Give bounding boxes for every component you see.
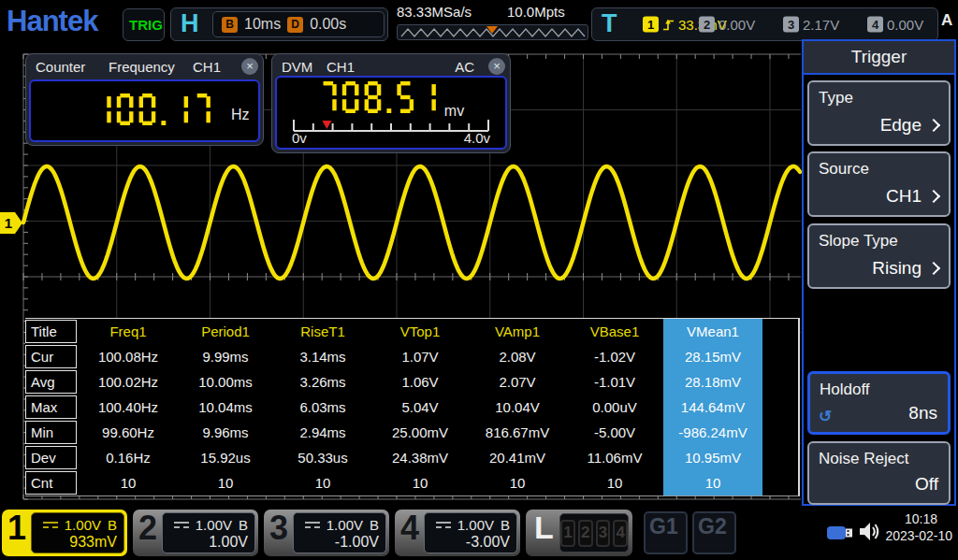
counter-source: CH1 bbox=[193, 59, 221, 75]
dvm-close-icon[interactable]: × bbox=[488, 58, 505, 75]
channel-4-button[interactable]: 4 1.00V B -3.00V bbox=[395, 510, 520, 556]
dvm-panel: DVM CH1 AC × mv 0v 4.0v bbox=[271, 53, 511, 153]
table-cell: 10.04ms bbox=[177, 395, 274, 420]
table-cell: 28.15mV bbox=[663, 344, 762, 369]
table-cell: 100.08Hz bbox=[80, 344, 177, 369]
counter-title: Counter bbox=[36, 59, 85, 75]
chevron-right-icon bbox=[927, 190, 940, 203]
table-cell: -1.02V bbox=[566, 344, 663, 369]
menu-item-type[interactable]: TypeEdge bbox=[807, 80, 951, 146]
menu-item-label: Holdoff bbox=[820, 381, 870, 399]
trigger-icon: T bbox=[602, 9, 617, 38]
dvm-reading bbox=[318, 81, 442, 117]
trigger-settings-box[interactable]: T 1 33.3mV2 0.00V3 2.17V4 0.00V bbox=[591, 7, 938, 41]
table-cell: 50.33us bbox=[274, 445, 371, 470]
channel-scale: 1.00V bbox=[65, 517, 101, 533]
table-header: Freq1 bbox=[80, 319, 177, 344]
table-cell: 28.18mV bbox=[663, 369, 762, 395]
logic-analyzer-button[interactable]: L 1234 bbox=[526, 510, 632, 556]
channel-1-button[interactable]: 1 1.00V B 933mV bbox=[2, 510, 127, 556]
trigger-channel-badge: 3 bbox=[783, 17, 799, 33]
menu-item-value: Off bbox=[915, 474, 938, 495]
table-row-label: Cnt bbox=[25, 471, 77, 495]
channel-bandwidth-flag: B bbox=[239, 517, 248, 533]
table-cell: 10 bbox=[177, 470, 274, 495]
logic-label: L bbox=[534, 510, 554, 546]
table-cell: 2.08V bbox=[469, 344, 566, 369]
menu-item-value: CH1 bbox=[886, 186, 938, 207]
trigger-menu: Trigger TypeEdgeSourceCH1Slope TypeRisin… bbox=[802, 39, 956, 506]
horizontal-readouts: B 10ms D 0.00s bbox=[212, 11, 385, 37]
menu-item-label: Noise Reject bbox=[819, 450, 908, 468]
trig-status-button[interactable]: TRIG bbox=[123, 8, 165, 41]
table-cell: -986.24mV bbox=[663, 420, 762, 445]
channel-3-button[interactable]: 3 1.00V B -1.00V bbox=[264, 510, 389, 556]
group-button-g2[interactable]: G2 bbox=[692, 511, 736, 554]
channel-readout: 1.00V B 1.00V bbox=[162, 512, 255, 553]
counter-mode: Frequency bbox=[109, 59, 175, 75]
channel-offset: 933mV bbox=[69, 534, 117, 551]
channel-scale: 1.00V bbox=[327, 517, 363, 533]
trigger-channel-badge: 4 bbox=[867, 17, 883, 33]
dvm-title: DVM bbox=[282, 59, 312, 75]
table-cell: 0.16Hz bbox=[80, 445, 177, 470]
table-row-label: Max bbox=[25, 395, 77, 419]
menu-item-slope-type[interactable]: Slope TypeRising bbox=[807, 223, 951, 289]
table-cell: 25.00mV bbox=[371, 420, 469, 445]
channel-readout: 1.00V B 933mV bbox=[31, 512, 124, 553]
record-position-strip[interactable] bbox=[397, 24, 588, 40]
delay-value: 0.00s bbox=[310, 16, 346, 33]
measurement-table: TitleFreq1Period1RiseT1VTop1VAmp1VBase1V… bbox=[25, 318, 800, 496]
svg-text:1: 1 bbox=[5, 215, 12, 231]
table-header: VBase1 bbox=[566, 319, 663, 344]
dvm-coupling: AC bbox=[455, 59, 474, 75]
bottom-status-bar: 1 1.00V B 933mV 2 1.00V B 1.00V 3 bbox=[0, 506, 958, 560]
table-cell: 10 bbox=[371, 470, 469, 495]
horizontal-icon: H bbox=[181, 9, 199, 38]
logic-bit-3: 3 bbox=[596, 520, 611, 547]
table-cell: 10 bbox=[566, 470, 663, 495]
table-row-label: Cur bbox=[25, 345, 77, 368]
channel-scale: 1.00V bbox=[457, 517, 494, 533]
counter-close-icon[interactable]: × bbox=[241, 58, 258, 75]
brand-logo: Hantek bbox=[7, 5, 97, 38]
record-waveform-icon bbox=[398, 25, 588, 39]
table-cell: 816.67mV bbox=[469, 420, 566, 445]
table-cell: 10 bbox=[663, 470, 762, 495]
table-cell: 3.14ms bbox=[274, 344, 371, 369]
channel-number: 4 bbox=[400, 509, 419, 548]
menu-item-source[interactable]: SourceCH1 bbox=[807, 151, 951, 217]
menu-item-label: Source bbox=[819, 160, 869, 179]
menu-item-value: Rising bbox=[872, 258, 938, 279]
channel-number: 3 bbox=[269, 509, 288, 548]
table-header: VAmp1 bbox=[469, 319, 566, 344]
dc-coupling-icon bbox=[305, 522, 320, 528]
table-cell: 0.00uV bbox=[566, 395, 663, 420]
dvm-display: mv 0v 4.0v bbox=[275, 76, 507, 150]
channel-2-button[interactable]: 2 1.00V B 1.00V bbox=[133, 510, 258, 556]
timebase-badge: B bbox=[222, 17, 238, 33]
trigger-level-readouts: 1 33.3mV2 0.00V3 2.17V4 0.00V bbox=[630, 8, 934, 40]
clock-time: 10:18 bbox=[864, 510, 952, 527]
channel-number: 1 bbox=[7, 509, 26, 548]
table-header: Period1 bbox=[177, 319, 274, 344]
group-button-g1[interactable]: G1 bbox=[644, 511, 688, 554]
table-corner-label: Title bbox=[25, 320, 77, 343]
table-cell: -5.00V bbox=[566, 420, 663, 445]
menu-item-noise-reject[interactable]: Noise RejectOff bbox=[807, 441, 951, 505]
channel-bandwidth-flag: B bbox=[501, 517, 510, 533]
table-cell: 100.02Hz bbox=[80, 369, 177, 395]
counter-display: Hz bbox=[29, 79, 260, 142]
logic-bits: 1234 bbox=[559, 513, 629, 553]
channel1-position-marker[interactable]: 1 bbox=[0, 212, 22, 234]
menu-item-holdoff[interactable]: Holdoff↺8ns bbox=[807, 371, 951, 435]
table-cell: 10 bbox=[469, 470, 566, 495]
menu-item-value: 8ns bbox=[908, 403, 937, 424]
table-cell: 10.04V bbox=[469, 395, 566, 420]
logic-bit-4: 4 bbox=[613, 520, 628, 547]
logic-bit-1: 1 bbox=[560, 520, 575, 547]
oscilloscope-screen: Hantek TRIG H B 10ms D 0.00s 83.33MSa/s … bbox=[0, 0, 958, 560]
table-cell: 24.38mV bbox=[371, 445, 469, 470]
horizontal-settings-box[interactable]: H B 10ms D 0.00s bbox=[170, 7, 388, 41]
dvm-scale-min: 0v bbox=[292, 130, 307, 146]
